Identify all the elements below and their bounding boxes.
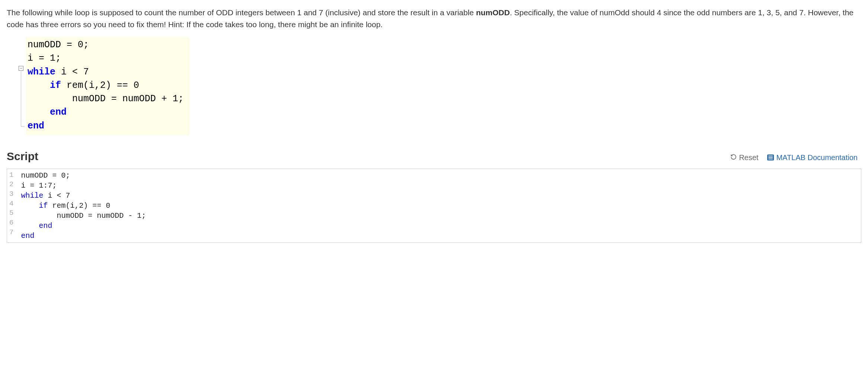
ref-line-1: numODD = 0; [28,39,89,50]
line-number: 3 [9,190,14,199]
ref-line-2: i = 1; [28,53,61,64]
documentation-link[interactable]: MATLAB Documentation [767,153,858,162]
ed-line-4-kw: if [21,201,48,210]
problem-text-a: The following while loop is supposed to … [7,8,476,17]
ref-line-4-rest: rem(i,2) == 0 [61,80,139,91]
ref-line-3-rest: i < 7 [55,67,89,77]
ref-line-7: end [28,121,44,131]
documentation-label: MATLAB Documentation [776,153,858,162]
problem-statement: The following while loop is supposed to … [7,7,861,30]
line-number: 7 [9,228,14,238]
reset-label: Reset [739,153,758,162]
ref-line-4-kw: if [28,80,61,91]
fold-guide-horizontal [21,126,25,127]
ed-line-3-kw: while [21,191,43,200]
ed-line-6-indent [21,222,39,230]
problem-bold-var: numODD [476,8,510,17]
ref-line-6: end [28,107,67,118]
line-number: 6 [9,218,14,228]
line-number: 5 [9,208,14,218]
code-editor[interactable]: 1 2 3 4 5 6 7 numODD = 0; i = 1:7; while… [7,169,861,243]
reset-icon [730,153,737,162]
ed-line-7: end [21,232,34,240]
line-number: 2 [9,180,14,190]
script-header: Script Reset MATLAB Documentation [7,150,861,163]
documentation-icon [767,155,774,160]
fold-gutter: − [13,37,26,135]
reset-button[interactable]: Reset [730,153,758,162]
ed-line-6-kw: end [39,222,52,230]
editor-line-gutter: 1 2 3 4 5 6 7 [7,169,17,242]
fold-guide-vertical [21,71,21,126]
script-actions: Reset MATLAB Documentation [730,153,858,162]
editor-code-area[interactable]: numODD = 0; i = 1:7; while i < 7 if rem(… [17,169,861,242]
fold-toggle-icon[interactable]: − [19,66,23,71]
reference-code-block: − numODD = 0; i = 1; while i < 7 if rem(… [13,37,861,135]
ed-line-5: numODD = numODD - 1; [21,211,146,220]
ed-line-1: numODD = 0; [21,171,70,180]
line-number: 1 [9,171,14,180]
ed-line-3-rest: i < 7 [43,191,70,200]
ed-line-2: i = 1:7; [21,181,57,190]
ref-line-5: numODD = numODD + 1; [28,93,184,104]
ed-line-4-rest: rem(i,2) == 0 [48,201,110,210]
reference-code: numODD = 0; i = 1; while i < 7 if rem(i,… [26,37,190,135]
script-title: Script [7,150,38,163]
ref-line-3-kw: while [28,67,55,77]
line-number: 4 [9,199,14,209]
